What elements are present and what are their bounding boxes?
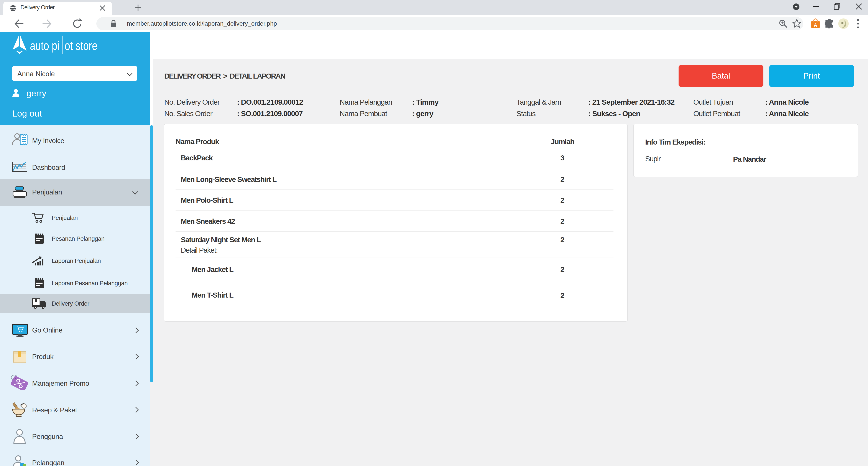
svg-text:A: A [814, 22, 817, 28]
